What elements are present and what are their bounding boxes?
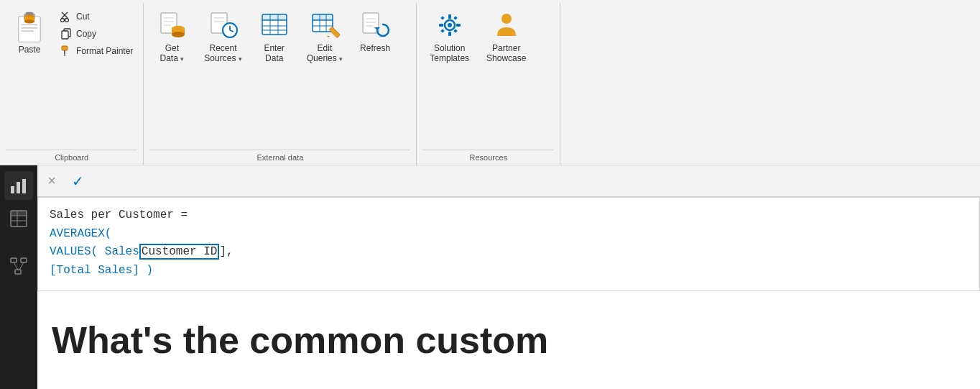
svg-rect-66 — [22, 179, 26, 193]
sidebar-model-icon[interactable] — [4, 252, 33, 280]
formula-bar-top: × ✓ — [37, 165, 980, 197]
copy-icon — [60, 28, 72, 40]
model-icon — [9, 257, 28, 275]
svg-rect-4 — [22, 24, 38, 25]
formula-cancel-button[interactable]: × — [43, 173, 60, 190]
bar-chart-icon — [9, 176, 28, 195]
svg-point-26 — [172, 26, 185, 32]
svg-rect-65 — [17, 182, 20, 193]
formula-confirm-button[interactable]: ✓ — [69, 173, 86, 190]
svg-point-13 — [65, 19, 69, 22]
resources-group-content: Solution Templates Partner Showcase — [422, 6, 554, 147]
recent-sources-dropdown-arrow: ▾ — [239, 55, 242, 63]
svg-rect-6 — [22, 30, 34, 32]
paste-button[interactable]: Paste — [6, 6, 53, 59]
enter-data-button[interactable]: Enter Data — [252, 6, 297, 67]
svg-rect-39 — [262, 14, 287, 20]
svg-rect-56 — [448, 32, 451, 36]
refresh-label: Refresh — [360, 43, 390, 53]
svg-rect-58 — [456, 24, 461, 27]
svg-rect-73 — [21, 258, 27, 262]
main-content: × ✓ Sales per Customer = AVERAGEX( VALUE… — [0, 165, 980, 389]
enter-data-label: Enter Data — [264, 43, 285, 64]
clipboard-group-content: Paste Cut — [6, 6, 137, 147]
recent-sources-button[interactable]: Recent Sources ▾ — [197, 6, 249, 67]
svg-point-63 — [501, 14, 512, 24]
svg-rect-15 — [62, 31, 68, 39]
formula-line-3: VALUES( SalesCustomer ID], — [50, 243, 968, 262]
svg-point-12 — [61, 19, 65, 22]
get-data-dropdown-arrow: ▾ — [180, 55, 184, 63]
svg-rect-74 — [15, 270, 21, 274]
external-data-group-content: Get Data ▾ — [149, 6, 410, 147]
external-data-group-label: External data — [149, 150, 410, 165]
edit-queries-icon — [310, 10, 340, 40]
get-data-label: Get Data ▾ — [160, 43, 185, 64]
svg-rect-55 — [448, 14, 451, 19]
format-painter-label: Format Painter — [76, 46, 133, 56]
table-icon — [9, 209, 28, 228]
format-painter-icon — [60, 45, 72, 57]
formula-highlight: Customer ID — [139, 244, 220, 260]
svg-point-9 — [24, 19, 34, 23]
recent-sources-icon — [208, 10, 239, 40]
svg-rect-45 — [313, 14, 333, 20]
svg-rect-48 — [363, 13, 379, 33]
get-data-icon — [157, 10, 187, 40]
edit-queries-label: Edit Queries ▾ — [307, 43, 343, 64]
formula-editor[interactable]: Sales per Customer = AVERAGEX( VALUES( S… — [37, 197, 980, 291]
cut-button[interactable]: Cut — [56, 9, 137, 24]
svg-line-75 — [14, 262, 18, 270]
resources-group: Solution Templates Partner Showcase Reso… — [417, 3, 560, 165]
svg-rect-46 — [329, 27, 340, 38]
svg-rect-60 — [453, 16, 458, 20]
formula-line-2: AVERAGEX( — [50, 225, 968, 244]
svg-point-25 — [172, 32, 185, 37]
ribbon: Paste Cut — [0, 0, 980, 165]
edit-queries-dropdown-arrow: ▾ — [339, 55, 343, 63]
partner-showcase-button[interactable]: Partner Showcase — [479, 6, 533, 67]
clipboard-group-label: Clipboard — [6, 150, 137, 165]
sidebar-data-icon[interactable] — [4, 204, 33, 233]
sidebar — [0, 165, 37, 389]
solution-templates-icon — [435, 10, 465, 40]
clipboard-right: Cut Copy Format Painter — [56, 6, 137, 59]
paste-label: Paste — [19, 45, 41, 55]
svg-rect-5 — [22, 27, 38, 29]
svg-point-54 — [448, 23, 452, 27]
svg-rect-62 — [453, 29, 458, 33]
recent-sources-label: Recent Sources ▾ — [204, 43, 241, 64]
refresh-icon — [360, 10, 390, 40]
svg-rect-16 — [62, 46, 68, 50]
enter-data-icon — [259, 10, 290, 40]
partner-showcase-icon — [491, 10, 522, 40]
external-data-group: Get Data ▾ — [144, 3, 417, 165]
get-data-button[interactable]: Get Data ▾ — [149, 6, 194, 67]
sidebar-report-icon[interactable] — [4, 171, 33, 200]
big-text-area: What's the common custom — [37, 291, 980, 390]
partner-showcase-label: Partner Showcase — [486, 43, 526, 64]
svg-rect-61 — [440, 29, 445, 33]
formula-line-1: Sales per Customer = — [50, 206, 968, 225]
formula-line-4: [Total Sales] ) — [50, 262, 968, 280]
svg-rect-72 — [11, 258, 17, 262]
format-painter-button[interactable]: Format Painter — [56, 43, 137, 59]
paste-icon — [13, 10, 46, 43]
svg-rect-17 — [64, 50, 65, 54]
bottom-heading: What's the common custom — [52, 319, 548, 362]
svg-rect-71 — [11, 211, 27, 216]
edit-queries-button[interactable]: Edit Queries ▾ — [300, 6, 350, 67]
copy-label: Copy — [76, 29, 96, 39]
cut-icon — [60, 11, 72, 22]
formula-bar: × ✓ Sales per Customer = AVERAGEX( VALUE… — [37, 165, 980, 389]
solution-templates-button[interactable]: Solution Templates — [422, 6, 476, 67]
svg-rect-59 — [440, 16, 445, 20]
svg-line-76 — [19, 262, 24, 270]
resources-group-label: Resources — [422, 150, 554, 165]
copy-button[interactable]: Copy — [56, 26, 137, 42]
clipboard-group: Paste Cut — [0, 3, 144, 165]
cut-label: Cut — [76, 12, 90, 22]
svg-rect-64 — [11, 186, 14, 193]
svg-marker-47 — [327, 36, 330, 37]
refresh-button[interactable]: Refresh — [353, 6, 397, 56]
